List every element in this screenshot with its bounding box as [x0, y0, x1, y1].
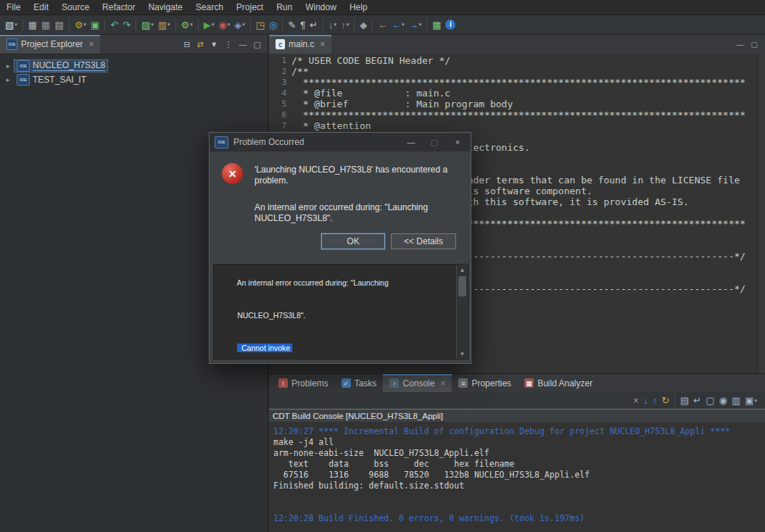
dropdown-caret-icon[interactable]: ▾: [212, 22, 215, 28]
chevron-right-icon[interactable]: ▸: [4, 62, 12, 70]
console-toolbar-button[interactable]: ▥: [729, 393, 743, 409]
bottom-tab[interactable]: ≡ Properties: [452, 374, 518, 392]
window-control-icon[interactable]: —: [400, 133, 423, 151]
explorer-toolbar-icon[interactable]: ⊟: [183, 40, 190, 49]
menu-item[interactable]: Refactor: [96, 1, 141, 14]
ok-button[interactable]: OK: [321, 233, 385, 249]
error-details-pane[interactable]: ▲ ▼ An internal error occurred during: "…: [213, 264, 468, 359]
toolbar-button[interactable]: ◉ ▾: [216, 17, 232, 33]
toolbar-button[interactable]: ↷: [120, 17, 133, 33]
console-toolbar-button[interactable]: ◉: [717, 393, 729, 409]
toolbar-button[interactable]: ↓ ▾: [326, 17, 339, 33]
bottom-tab[interactable]: ! Problems: [272, 374, 335, 392]
overview-ruler[interactable]: [758, 54, 765, 374]
dropdown-caret-icon[interactable]: ▾: [347, 22, 350, 28]
console-line: text data bss dec hex filename: [273, 459, 765, 470]
toolbar-button[interactable]: ↶: [108, 17, 120, 33]
toolbar-icon: ⚙: [75, 20, 83, 30]
toolbar-icon: ←: [392, 20, 401, 30]
details-button[interactable]: << Details: [391, 233, 456, 249]
dropdown-caret-icon[interactable]: ▾: [168, 22, 170, 28]
console-toolbar-button[interactable]: ↵: [691, 393, 703, 409]
tree-item-project[interactable]: ▸ IDE TEST_SAI_IT: [0, 72, 268, 86]
details-scrollbar[interactable]: ▲ ▼: [456, 265, 468, 359]
toolbar-button[interactable]: ◳: [254, 17, 267, 33]
toolbar-button[interactable]: ▤: [52, 17, 65, 33]
dropdown-caret-icon[interactable]: ▾: [242, 22, 245, 28]
console-output[interactable]: 12:20:27 **** Incremental Build of confi…: [269, 422, 765, 532]
console-toolbar: × ↓ ↑: [269, 392, 765, 409]
toolbar-button[interactable]: ▦: [430, 17, 443, 33]
menu-item[interactable]: Project: [230, 1, 270, 14]
explorer-toolbar-icon[interactable]: ⋮: [225, 40, 233, 49]
dropdown-caret-icon[interactable]: ▾: [83, 22, 86, 28]
scroll-up-icon[interactable]: ▲: [457, 265, 468, 275]
toolbar-button[interactable]: → ▾: [407, 17, 424, 33]
dropdown-caret-icon[interactable]: ▾: [402, 22, 405, 28]
tab-main-c[interactable]: c main.c ×: [269, 35, 331, 54]
dropdown-caret-icon[interactable]: ▾: [228, 22, 231, 28]
console-toolbar-button[interactable]: ↻: [659, 393, 671, 409]
console-toolbar-button[interactable]: ▤: [678, 393, 691, 409]
menu-item[interactable]: File: [0, 1, 27, 14]
dropdown-caret-icon[interactable]: ▾: [190, 22, 193, 28]
console-toolbar-button[interactable]: ▢: [703, 393, 716, 409]
toolbar-button[interactable]: ↑ ▾: [339, 17, 351, 33]
toolbar-button[interactable]: ▨ ▾: [139, 17, 156, 33]
bottom-tab[interactable]: ✓ Tasks: [335, 374, 384, 392]
explorer-toolbar-icon[interactable]: ▢: [254, 40, 261, 49]
scrollbar-thumb[interactable]: [458, 276, 466, 296]
maximize-icon[interactable]: ▢: [751, 41, 758, 49]
dropdown-caret-icon[interactable]: ▾: [754, 398, 757, 404]
menu-item[interactable]: Source: [55, 1, 96, 14]
toolbar-button[interactable]: ¶: [298, 17, 307, 33]
console-toolbar-button[interactable]: ↑: [650, 393, 660, 409]
tab-project-explorer[interactable]: IDE Project Explorer ×: [0, 35, 100, 54]
explorer-toolbar-icon[interactable]: ⇄: [197, 40, 203, 49]
toolbar-button[interactable]: ◎: [267, 17, 279, 33]
dropdown-caret-icon[interactable]: ▾: [334, 22, 337, 28]
menu-item[interactable]: Edit: [27, 1, 55, 14]
menu-item[interactable]: Help: [343, 1, 374, 14]
window-control-icon[interactable]: ▢: [423, 133, 446, 151]
console-toolbar-button[interactable]: ×: [632, 393, 642, 409]
toolbar-button[interactable]: ▦: [26, 17, 39, 33]
console-toolbar-button[interactable]: ↓: [641, 393, 650, 409]
menu-item[interactable]: Navigate: [141, 1, 189, 14]
menu-item[interactable]: Window: [299, 1, 343, 14]
menu-item[interactable]: Run: [270, 1, 299, 14]
dropdown-caret-icon[interactable]: ▾: [151, 22, 154, 28]
chevron-right-icon[interactable]: ▸: [4, 76, 12, 83]
toolbar-button[interactable]: ▶ ▾: [202, 17, 217, 33]
toolbar-button[interactable]: ←: [376, 17, 389, 33]
window-control-icon[interactable]: ×: [446, 133, 469, 151]
toolbar-button[interactable]: ⚙ ▾: [73, 17, 88, 33]
toolbar-button[interactable]: ✎: [286, 17, 298, 33]
toolbar-button[interactable]: ↵: [307, 17, 320, 33]
dialog-title-bar[interactable]: IDE Problem Occurred — ▢ ×: [210, 133, 471, 151]
toolbar-button[interactable]: ▥ ▾: [156, 17, 173, 33]
close-icon[interactable]: ×: [320, 39, 325, 49]
toolbar-button[interactable]: ⚙ ▾: [179, 17, 195, 33]
close-icon[interactable]: ×: [88, 39, 94, 49]
minimize-icon[interactable]: —: [737, 41, 744, 49]
console-toolbar-button[interactable]: ▣ ▾: [743, 393, 759, 409]
tree-item-project[interactable]: ▸ IDE NUCLEO_H7S3L8: [0, 59, 268, 72]
scroll-down-icon[interactable]: ▼: [457, 349, 468, 359]
bottom-tab[interactable]: ▦ Build Analyzer: [518, 374, 599, 392]
toolbar-button[interactable]: ▣: [88, 17, 102, 33]
toolbar-button[interactable]: ◆: [357, 17, 369, 33]
close-icon[interactable]: ×: [440, 378, 445, 388]
explorer-toolbar-icon[interactable]: ▼: [210, 40, 218, 49]
explorer-toolbar-icon[interactable]: —: [239, 40, 247, 49]
dropdown-caret-icon[interactable]: ▾: [419, 22, 422, 28]
toolbar-button[interactable]: ← ▾: [389, 17, 407, 33]
toolbar-button[interactable]: ▧ ▾: [3, 17, 20, 33]
toolbar-button[interactable]: ◈ ▾: [232, 17, 247, 33]
toolbar-button[interactable]: i: [443, 17, 458, 33]
toolbar-button[interactable]: ▦: [39, 17, 52, 33]
project-tree[interactable]: ▸ IDE NUCLEO_H7S3L8 ▸ IDE TEST_SAI_IT: [0, 54, 268, 86]
menu-item[interactable]: Search: [189, 1, 230, 14]
dropdown-caret-icon[interactable]: ▾: [15, 22, 17, 28]
bottom-tab[interactable]: › Console ×: [383, 374, 452, 392]
